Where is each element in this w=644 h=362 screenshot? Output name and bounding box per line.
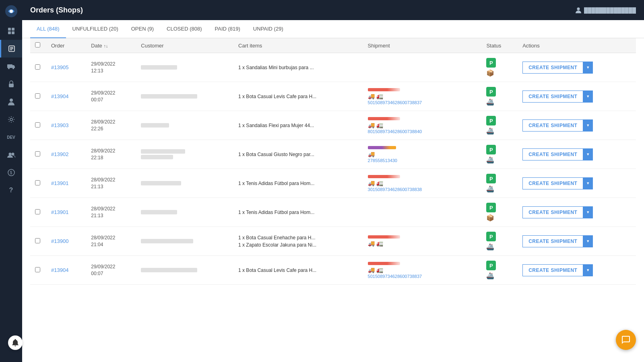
status-cell: P 🚢 <box>486 116 513 135</box>
sidebar-settings-icon[interactable] <box>0 111 22 128</box>
create-shipment-button[interactable]: CREATE SHIPMENT <box>522 148 583 160</box>
row-checkbox-5[interactable] <box>35 209 40 214</box>
tab-unfulfilled[interactable]: UNFULFILLED (20) <box>66 20 125 38</box>
create-shipment-button[interactable]: CREATE SHIPMENT <box>522 235 583 247</box>
create-shipment-dropdown[interactable]: ▾ <box>583 177 593 189</box>
order-link[interactable]: #13903 <box>51 122 68 128</box>
action-btn-group: CREATE SHIPMENT ▾ <box>522 119 631 132</box>
customer-name <box>141 65 177 70</box>
create-shipment-button[interactable]: CREATE SHIPMENT <box>522 62 583 74</box>
status-icon-ship: 🚢 <box>486 156 494 164</box>
svg-rect-2 <box>8 28 11 31</box>
order-date: 29/09/202200:07 <box>91 90 131 103</box>
row-checkbox-6[interactable] <box>35 238 40 243</box>
row-checkbox-3[interactable] <box>35 151 40 156</box>
status-icon-box: 📦 <box>486 214 494 222</box>
status-cell: P 🚢 <box>486 87 513 106</box>
row-checkbox-2[interactable] <box>35 122 40 128</box>
create-shipment-button[interactable]: CREATE SHIPMENT <box>522 90 583 103</box>
select-all-checkbox[interactable] <box>35 42 40 47</box>
order-date: 29/09/202212:13 <box>91 61 131 74</box>
svg-point-16 <box>8 153 11 156</box>
svg-point-17 <box>11 153 14 156</box>
user-name: ██████████████ <box>584 7 636 13</box>
table-row: #1390429/09/202200:071 x Bota Casual Lev… <box>30 82 636 111</box>
status-badge-paid: P <box>486 232 496 241</box>
sidebar-person-icon[interactable] <box>0 93 22 111</box>
cart-items-column-header: Cart items <box>233 38 363 53</box>
customer-column-header: Customer <box>136 38 233 53</box>
tab-open[interactable]: OPEN (9) <box>125 20 160 38</box>
order-column-header: Order <box>46 38 86 53</box>
status-cell: P 🚢 <box>486 145 513 164</box>
order-link[interactable]: #13902 <box>51 151 68 157</box>
tab-paid[interactable]: PAID (819) <box>208 20 247 38</box>
row-checkbox-4[interactable] <box>35 180 40 185</box>
action-btn-group: CREATE SHIPMENT ▾ <box>522 177 631 189</box>
create-shipment-dropdown[interactable]: ▾ <box>583 206 593 218</box>
notification-button[interactable] <box>8 335 23 350</box>
order-link[interactable]: #13901 <box>51 180 68 186</box>
create-shipment-dropdown[interactable]: ▾ <box>583 148 593 160</box>
create-shipment-dropdown[interactable]: ▾ <box>583 264 593 276</box>
shipment-label-bar <box>368 88 477 91</box>
tracking-number: 801508973462860073884​0 <box>368 129 477 134</box>
user-menu[interactable]: ██████████████ <box>575 7 636 13</box>
select-all-header[interactable] <box>30 38 46 53</box>
status-icon-ship: 🚢 <box>486 243 494 251</box>
date-column-header[interactable]: Date ↑↓ <box>86 38 136 53</box>
tracking-number: 501508973462860073883​7 <box>368 100 477 105</box>
cart-item-text: 1 x Sandalias Mini burbujas para ... <box>238 64 358 71</box>
tab-all[interactable]: ALL (848) <box>30 20 66 38</box>
row-checkbox-1[interactable] <box>35 93 40 99</box>
order-link[interactable]: #13905 <box>51 64 68 70</box>
order-link[interactable]: #13900 <box>51 238 68 244</box>
create-shipment-dropdown[interactable]: ▾ <box>583 119 593 132</box>
order-date: 28/09/202221:04 <box>91 234 131 248</box>
order-date: 28/09/202222:18 <box>91 148 131 161</box>
order-date: 28/09/202221:13 <box>91 206 131 219</box>
order-link[interactable]: #13904 <box>51 93 68 99</box>
tab-unpaid[interactable]: UNPAID (29) <box>247 20 290 38</box>
create-shipment-button[interactable]: CREATE SHIPMENT <box>522 206 583 218</box>
create-shipment-dropdown[interactable]: ▾ <box>583 90 593 103</box>
content-area: ALL (848) UNFULFILLED (20) OPEN (9) CLOS… <box>22 20 644 362</box>
table-header-row: Order Date ↑↓ Customer Cart items Shipme… <box>30 38 636 53</box>
order-link[interactable]: #13904 <box>51 267 68 273</box>
sidebar-lock-icon[interactable] <box>0 75 22 93</box>
cart-item-text: 1 x Bota Casual Levis Cafe para H... <box>238 93 358 100</box>
order-link[interactable]: #13901 <box>51 209 68 215</box>
create-shipment-button[interactable]: CREATE SHIPMENT <box>522 119 583 132</box>
logo[interactable] <box>0 0 22 22</box>
sidebar-orders-icon[interactable] <box>0 40 22 58</box>
shipment-label-bar <box>368 146 477 149</box>
chat-button[interactable] <box>616 330 636 350</box>
action-btn-group: CREATE SHIPMENT ▾ <box>522 148 631 160</box>
create-shipment-button[interactable]: CREATE SHIPMENT <box>522 264 583 276</box>
shipment-label-bar <box>368 262 477 265</box>
row-checkbox-0[interactable] <box>35 64 40 70</box>
shipment-label-bar <box>368 117 477 120</box>
sidebar-billing-icon[interactable]: $ <box>0 164 22 181</box>
customer-name <box>141 210 177 214</box>
sidebar-grid-icon[interactable] <box>0 22 22 40</box>
tracking-number: 501508973462860073883​7 <box>368 274 477 279</box>
sidebar-team-icon[interactable] <box>0 146 22 164</box>
tab-closed[interactable]: CLOSED (808) <box>160 20 208 38</box>
svg-text:$: $ <box>10 171 12 175</box>
status-cell: P 🚢 <box>486 174 513 193</box>
sidebar-truck-icon[interactable] <box>0 58 22 75</box>
svg-point-11 <box>8 68 10 69</box>
order-tabs: ALL (848) UNFULFILLED (20) OPEN (9) CLOS… <box>22 20 644 38</box>
shipment-icon-row: 🚚 🚛 <box>368 180 477 186</box>
create-shipment-button[interactable]: CREATE SHIPMENT <box>522 177 583 189</box>
status-icon-ship: 🚢 <box>486 127 494 135</box>
svg-point-12 <box>12 68 14 69</box>
row-checkbox-7[interactable] <box>35 267 40 272</box>
sidebar-help-icon[interactable]: ? <box>0 181 22 199</box>
create-shipment-dropdown[interactable]: ▾ <box>583 62 593 74</box>
status-badge-paid: P <box>486 145 496 154</box>
status-cell: P 🚢 <box>486 232 513 251</box>
create-shipment-dropdown[interactable]: ▾ <box>583 235 593 247</box>
sidebar-dev-icon[interactable]: DEV <box>0 128 22 146</box>
